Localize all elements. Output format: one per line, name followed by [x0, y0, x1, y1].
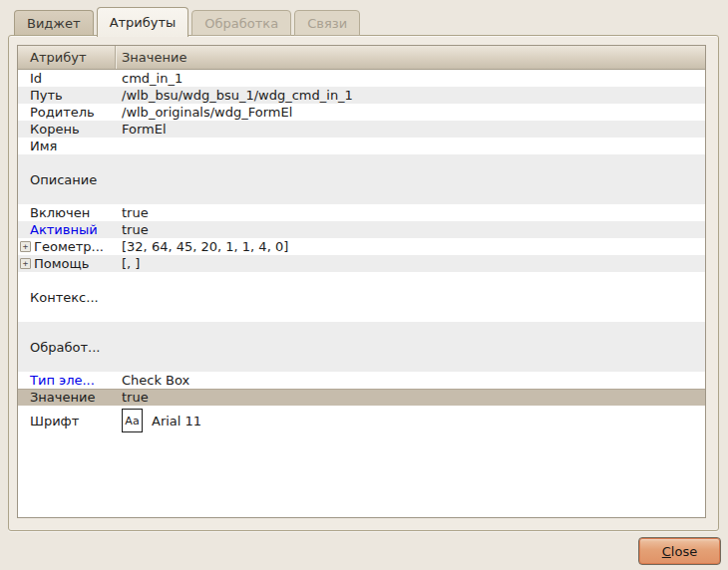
attribute-value-cell: [32, 64, 45, 20, 1, 1, 4, 0] [116, 239, 705, 254]
attribute-name-label: Родитель [30, 105, 95, 120]
attribute-name-cell: Включен [18, 205, 116, 220]
attribute-value: cmd_in_1 [122, 71, 182, 86]
expander-plus-icon[interactable]: + [20, 241, 31, 252]
attribute-name-cell: Родитель [18, 105, 116, 120]
attribute-name-label: Id [30, 71, 42, 86]
table-row[interactable]: Описание [18, 154, 705, 204]
tab-attributes[interactable]: Атрибуты [97, 7, 189, 37]
attribute-name-label: Значение [30, 390, 95, 405]
attribute-name-cell: Корень [18, 122, 116, 137]
attribute-name-cell: Id [18, 71, 116, 86]
attribute-value: /wlb_originals/wdg_FormEl [122, 105, 292, 120]
expander-plus-icon[interactable]: + [20, 258, 31, 269]
close-button-label: lose [671, 544, 697, 559]
attribute-name-label: Шрифт [30, 414, 79, 428]
attribute-value-cell: true [116, 390, 705, 405]
table-row[interactable]: Тип эле...Check Box [18, 372, 705, 389]
attribute-value-cell: [, ] [116, 256, 705, 271]
attribute-name-cell: Тип эле... [18, 373, 116, 388]
close-button[interactable]: Close [638, 537, 721, 565]
column-header-label: Атрибут [30, 50, 86, 65]
table-row[interactable]: Значениеtrue [18, 389, 705, 406]
attribute-name-label: Контекс... [30, 290, 99, 305]
table-row[interactable]: Путь/wlb_bsu/wdg_bsu_1/wdg_cmd_in_1 [18, 87, 705, 104]
attribute-value-cell: FormEl [116, 122, 705, 137]
tab-links: Связи [294, 10, 360, 36]
attribute-value: true [122, 222, 149, 237]
attribute-value: true [122, 205, 149, 220]
table-row[interactable]: ШрифтAaArial 11 [18, 406, 705, 435]
attribute-value: /wlb_bsu/wdg_bsu_1/wdg_cmd_in_1 [122, 88, 353, 103]
attribute-value-cell: true [116, 222, 705, 237]
table-body: Idcmd_in_1Путь/wlb_bsu/wdg_bsu_1/wdg_cmd… [18, 70, 705, 435]
column-header-label: Значение [122, 50, 186, 65]
table-row[interactable]: Имя [18, 138, 705, 154]
tab-processing: Обработка [191, 10, 291, 36]
attributes-panel: Атрибут Значение Idcmd_in_1Путь/wlb_bsu/… [8, 35, 719, 531]
column-header-value[interactable]: Значение [116, 46, 705, 69]
attribute-name-label: Геометр... [34, 239, 104, 254]
table-row[interactable]: КореньFormEl [18, 121, 705, 138]
tab-label: Связи [307, 16, 347, 31]
button-bar: Close [638, 537, 721, 565]
attribute-name-link[interactable]: Активный [30, 222, 98, 237]
attribute-name-link[interactable]: Тип эле... [30, 373, 95, 388]
attribute-name-label: Корень [30, 122, 80, 137]
table-row[interactable]: Родитель/wlb_originals/wdg_FormEl [18, 104, 705, 121]
tab-widget[interactable]: Виджет [14, 10, 94, 36]
close-button-accel: C [662, 544, 671, 559]
attribute-name-label: Путь [30, 88, 63, 103]
tab-label: Обработка [204, 16, 278, 31]
attribute-value: [32, 64, 45, 20, 1, 1, 4, 0] [122, 239, 288, 254]
tab-bar: Виджет Атрибуты Обработка Связи [14, 0, 363, 36]
attribute-value: FormEl [122, 122, 167, 137]
attribute-name-label: Включен [30, 205, 90, 220]
table-row[interactable]: +Геометр...[32, 64, 45, 20, 1, 1, 4, 0] [18, 238, 705, 255]
table-row[interactable]: +Помощь[, ] [18, 255, 705, 272]
table-header: Атрибут Значение [18, 46, 705, 70]
table-row[interactable]: Обработ... [18, 322, 705, 372]
attribute-name-cell: Описание [18, 172, 116, 187]
attribute-name-cell: Путь [18, 88, 116, 103]
attributes-table: Атрибут Значение Idcmd_in_1Путь/wlb_bsu/… [17, 45, 706, 518]
attribute-value-cell: true [116, 205, 705, 220]
attributes-window: Виджет Атрибуты Обработка Связи Атрибут … [0, 0, 728, 570]
attribute-value-cell: AaArial 11 [116, 409, 705, 432]
column-header-attribute[interactable]: Атрибут [18, 46, 116, 69]
attribute-name-cell: Значение [18, 390, 116, 405]
table-row[interactable]: Контекс... [18, 272, 705, 322]
attribute-value: Check Box [122, 373, 189, 388]
tab-label: Виджет [27, 16, 81, 31]
attribute-value-cell: /wlb_originals/wdg_FormEl [116, 105, 705, 120]
font-preview-button[interactable]: Aa [122, 409, 143, 432]
attribute-value-cell: cmd_in_1 [116, 71, 705, 86]
attribute-name-label: Обработ... [30, 340, 100, 355]
attribute-value-cell: /wlb_bsu/wdg_bsu_1/wdg_cmd_in_1 [116, 88, 705, 103]
tab-label: Атрибуты [110, 15, 177, 30]
attribute-name-cell: +Помощь [18, 256, 116, 271]
attribute-name-cell: Имя [18, 139, 116, 153]
attribute-value: true [122, 390, 149, 405]
table-row[interactable]: Включенtrue [18, 204, 705, 221]
attribute-value: Arial 11 [152, 414, 201, 428]
attribute-name-cell: Активный [18, 222, 116, 237]
attribute-name-cell: Обработ... [18, 340, 116, 355]
table-row[interactable]: Idcmd_in_1 [18, 70, 705, 87]
attribute-name-cell: Шрифт [18, 414, 116, 428]
table-row[interactable]: Активныйtrue [18, 221, 705, 238]
attribute-value: [, ] [122, 256, 140, 271]
attribute-value-cell: Check Box [116, 373, 705, 388]
attribute-name-cell: +Геометр... [18, 239, 116, 254]
attribute-name-cell: Контекс... [18, 290, 116, 305]
attribute-name-label: Имя [30, 139, 57, 153]
attribute-name-label: Помощь [34, 256, 89, 271]
attribute-name-label: Описание [30, 172, 97, 187]
